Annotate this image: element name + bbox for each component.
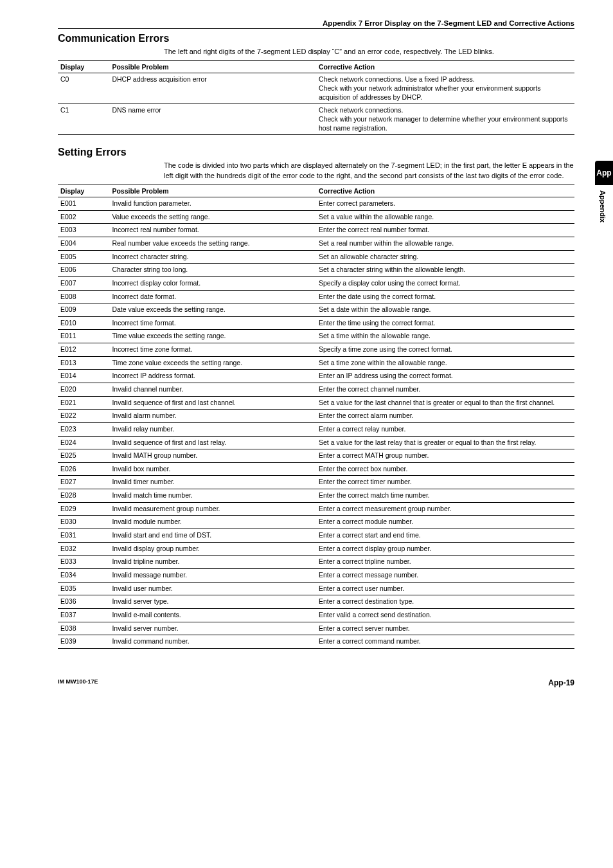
cell-problem: Incorrect time zone format. — [109, 343, 316, 357]
table-row: E009Date value exceeds the setting range… — [58, 303, 574, 317]
cell-problem: Incorrect character string. — [109, 250, 316, 264]
col-header-action: Corrective Action — [316, 61, 574, 73]
cell-action: Set a value for the last relay that is g… — [316, 436, 574, 449]
cell-display: E023 — [58, 422, 109, 436]
cell-problem: Invalid sequence of first and last chann… — [109, 396, 316, 410]
cell-display: E029 — [58, 502, 109, 516]
side-tab-top: App — [595, 161, 613, 185]
cell-display: E011 — [58, 330, 109, 343]
footer-left: IM MW100-17E — [58, 678, 98, 687]
cell-display: E008 — [58, 290, 109, 303]
cell-problem: Invalid timer number. — [109, 476, 316, 489]
col-header-display: Display — [58, 61, 109, 73]
cell-display: E031 — [58, 529, 109, 543]
cell-problem: Invalid match time number. — [109, 489, 316, 503]
table-row: E020Invalid channel number.Enter the cor… — [58, 383, 574, 396]
side-tab: App Appendix — [595, 161, 613, 228]
table-row: E010Incorrect time format.Enter the time… — [58, 316, 574, 330]
table-row: C0DHCP address acquisition errorCheck ne… — [58, 73, 574, 104]
cell-display: E028 — [58, 489, 109, 503]
cell-action: Set a character string within the allowa… — [316, 264, 574, 277]
cell-action: Enter a correct server number. — [316, 622, 574, 635]
cell-problem: Real number value exceeds the setting ra… — [109, 237, 316, 250]
cell-problem: Invalid relay number. — [109, 422, 316, 436]
cell-action: Enter correct parameters. — [316, 197, 574, 211]
cell-action: Enter a correct destination type. — [316, 595, 574, 609]
cell-display: E002 — [58, 210, 109, 224]
cell-display: E009 — [58, 303, 109, 317]
table-row: E004Real number value exceeds the settin… — [58, 237, 574, 250]
cell-display: C0 — [58, 73, 109, 104]
cell-problem: Time value exceeds the setting range. — [109, 330, 316, 343]
cell-action: Set a value for the last channel that is… — [316, 396, 574, 410]
table-row: E014Incorrect IP address format.Enter an… — [58, 370, 574, 383]
cell-problem: Value exceeds the setting range. — [109, 210, 316, 224]
cell-problem: Invalid start and end time of DST. — [109, 529, 316, 543]
cell-display: E039 — [58, 635, 109, 649]
cell-display: E034 — [58, 568, 109, 582]
cell-action: Enter the time using the correct format. — [316, 316, 574, 330]
table-row: E013Time zone value exceeds the setting … — [58, 356, 574, 370]
cell-action: Enter the correct timer number. — [316, 476, 574, 489]
table-row: E022Invalid alarm number.Enter the corre… — [58, 410, 574, 423]
cell-action: Set a time within the allowable range. — [316, 330, 574, 343]
cell-action: Enter a correct start and end time. — [316, 529, 574, 543]
cell-display: E014 — [58, 370, 109, 383]
cell-action: Enter a correct tripline number. — [316, 556, 574, 569]
cell-action: Enter a correct display group number. — [316, 542, 574, 556]
setting-errors-table: Display Possible Problem Corrective Acti… — [58, 185, 574, 649]
cell-problem: Invalid server type. — [109, 595, 316, 609]
setting-errors-intro: The code is divided into two parts which… — [164, 161, 574, 181]
cell-display: E038 — [58, 622, 109, 635]
table-row: E008Incorrect date format.Enter the date… — [58, 290, 574, 303]
table-row: E003Incorrect real number format.Enter t… — [58, 224, 574, 237]
table-row: E002Value exceeds the setting range.Set … — [58, 210, 574, 224]
cell-action: Enter the correct channel number. — [316, 383, 574, 396]
cell-display: E036 — [58, 595, 109, 609]
table-row: E028Invalid match time number.Enter the … — [58, 489, 574, 503]
table-row: E025Invalid MATH group number.Enter a co… — [58, 449, 574, 463]
cell-problem: Invalid sequence of first and last relay… — [109, 436, 316, 449]
col-header-display: Display — [58, 185, 109, 197]
cell-display: E033 — [58, 556, 109, 569]
table-row: E007Incorrect display color format.Speci… — [58, 276, 574, 290]
cell-display: E012 — [58, 343, 109, 357]
cell-display: E004 — [58, 237, 109, 250]
cell-action: Enter a correct relay number. — [316, 422, 574, 436]
cell-display: E035 — [58, 582, 109, 595]
cell-action: Enter the correct real number format. — [316, 224, 574, 237]
cell-problem: Incorrect time format. — [109, 316, 316, 330]
cell-problem: Invalid user number. — [109, 582, 316, 595]
cell-problem: Invalid display group number. — [109, 542, 316, 556]
table-row: E011Time value exceeds the setting range… — [58, 330, 574, 343]
cell-display: E003 — [58, 224, 109, 237]
cell-display: E030 — [58, 516, 109, 529]
cell-problem: Invalid channel number. — [109, 383, 316, 396]
table-row: E027Invalid timer number.Enter the corre… — [58, 476, 574, 489]
col-header-problem: Possible Problem — [109, 61, 316, 73]
cell-action: Check network connections. Check with yo… — [316, 104, 574, 135]
cell-display: E013 — [58, 356, 109, 370]
setting-errors-title: Setting Errors — [58, 147, 574, 158]
cell-action: Set a real number within the allowable r… — [316, 237, 574, 250]
table-row: E005Incorrect character string.Set an al… — [58, 250, 574, 264]
cell-action: Specify a time zone using the correct fo… — [316, 343, 574, 357]
cell-display: E022 — [58, 410, 109, 423]
table-row: E033Invalid tripline number.Enter a corr… — [58, 556, 574, 569]
cell-action: Set a date within the allowable range. — [316, 303, 574, 317]
comm-errors-title: Communication Errors — [58, 33, 574, 44]
cell-problem: DHCP address acquisition error — [109, 73, 316, 104]
cell-display: E020 — [58, 383, 109, 396]
cell-action: Set a value within the allowable range. — [316, 210, 574, 224]
cell-problem: Invalid command number. — [109, 635, 316, 649]
col-header-action: Corrective Action — [316, 185, 574, 197]
page-header: Appendix 7 Error Display on the 7-Segmen… — [58, 19, 574, 29]
table-row: E036Invalid server type.Enter a correct … — [58, 595, 574, 609]
cell-problem: Incorrect real number format. — [109, 224, 316, 237]
table-row: E023Invalid relay number.Enter a correct… — [58, 422, 574, 436]
cell-action: Enter a correct user number. — [316, 582, 574, 595]
cell-problem: Invalid e-mail contents. — [109, 608, 316, 622]
cell-action: Enter a correct MATH group number. — [316, 449, 574, 463]
cell-display: E021 — [58, 396, 109, 410]
cell-display: E025 — [58, 449, 109, 463]
